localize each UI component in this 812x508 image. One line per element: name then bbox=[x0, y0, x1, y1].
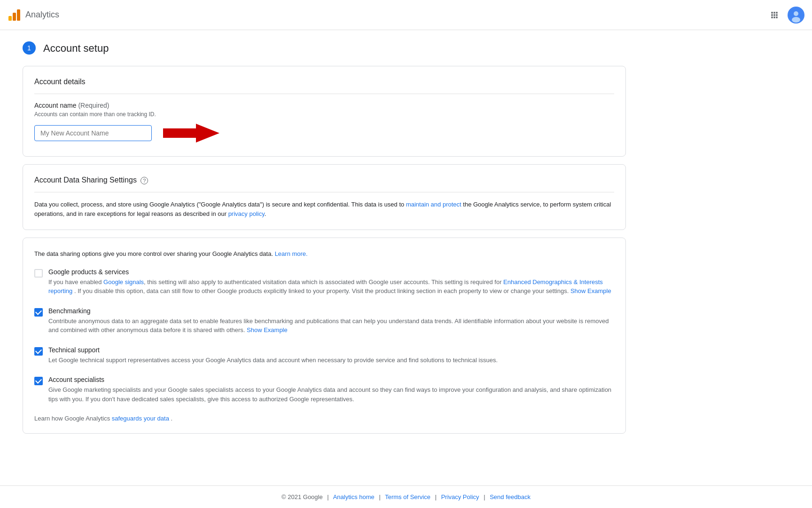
checkbox-google-products-content: Google products & services If you have e… bbox=[48, 268, 614, 296]
svg-rect-2 bbox=[17, 9, 20, 21]
app-title: Analytics bbox=[25, 10, 59, 20]
google-signals-link[interactable]: Google signals bbox=[103, 278, 144, 286]
technical-support-title: Technical support bbox=[48, 346, 498, 354]
svg-rect-1 bbox=[13, 13, 16, 21]
analytics-logo-icon bbox=[8, 8, 21, 22]
account-name-label: Account name (Required) bbox=[34, 102, 614, 109]
step-number: 1 bbox=[23, 41, 36, 55]
checkbox-technical-support-content: Technical support Let Google technical s… bbox=[48, 346, 498, 365]
account-details-title: Account details bbox=[34, 78, 614, 94]
app-header: Analytics bbox=[0, 0, 812, 30]
required-note: (Required) bbox=[78, 102, 109, 109]
red-arrow-indicator bbox=[163, 121, 219, 145]
checkbox-account-specialists-content: Account specialists Give Google marketin… bbox=[48, 376, 614, 404]
checkbox-benchmarking[interactable] bbox=[34, 308, 43, 317]
main-content: 1 Account setup Account details Account … bbox=[0, 30, 648, 485]
google-products-desc: If you have enabled Google signals, this… bbox=[48, 278, 614, 296]
svg-point-5 bbox=[792, 17, 800, 23]
footer-sep-1: | bbox=[327, 493, 328, 500]
checkbox-item-google-products: Google products & services If you have e… bbox=[34, 268, 614, 296]
footer-sep-2: | bbox=[379, 493, 380, 500]
data-sharing-card: Account Data Sharing Settings ? Data you… bbox=[23, 164, 626, 230]
checkbox-item-benchmarking: Benchmarking Contribute anonymous data t… bbox=[34, 307, 614, 335]
checkbox-benchmarking-content: Benchmarking Contribute anonymous data t… bbox=[48, 307, 614, 335]
page-body: 1 Account setup Account details Account … bbox=[0, 30, 812, 508]
header-right bbox=[765, 6, 804, 24]
avatar-icon bbox=[789, 8, 804, 23]
svg-rect-0 bbox=[8, 16, 12, 21]
svg-point-4 bbox=[794, 11, 798, 16]
checkbox-item-technical-support: Technical support Let Google technical s… bbox=[34, 346, 614, 365]
checkbox-technical-support[interactable] bbox=[34, 347, 43, 356]
technical-support-desc: Let Google technical support representat… bbox=[48, 356, 498, 365]
step-title: Account setup bbox=[43, 41, 109, 55]
account-specialists-desc: Give Google marketing specialists and yo… bbox=[48, 385, 614, 404]
footer-analytics-home[interactable]: Analytics home bbox=[333, 493, 375, 500]
help-icon[interactable]: ? bbox=[141, 177, 148, 184]
learn-more-link[interactable]: Learn more. bbox=[275, 250, 308, 257]
benchmarking-desc: Contribute anonymous data to an aggregat… bbox=[48, 317, 614, 335]
account-details-card: Account details Account name (Required) … bbox=[23, 66, 626, 157]
account-specialists-title: Account specialists bbox=[48, 376, 614, 383]
checkbox-item-account-specialists: Account specialists Give Google marketin… bbox=[34, 376, 614, 404]
red-arrow-icon bbox=[163, 121, 219, 145]
sharing-intro: The data sharing options give you more c… bbox=[34, 249, 614, 259]
checkbox-account-specialists[interactable] bbox=[34, 377, 43, 385]
account-name-input[interactable] bbox=[34, 125, 152, 141]
safeguards-note: Learn how Google Analytics safeguards yo… bbox=[34, 415, 614, 422]
benchmarking-title: Benchmarking bbox=[48, 307, 614, 315]
header-left: Analytics bbox=[8, 8, 59, 22]
apps-icon bbox=[770, 10, 779, 20]
google-products-title: Google products & services bbox=[48, 268, 614, 276]
step-section: 1 Account setup bbox=[23, 41, 626, 55]
footer-sep-3: | bbox=[435, 493, 437, 500]
svg-marker-6 bbox=[163, 124, 219, 143]
footer-feedback[interactable]: Send feedback bbox=[490, 493, 531, 500]
sharing-options-card: The data sharing options give you more c… bbox=[23, 238, 626, 434]
data-sharing-title: Account Data Sharing Settings ? bbox=[34, 176, 614, 192]
privacy-policy-link[interactable]: privacy policy bbox=[228, 210, 265, 217]
footer-terms[interactable]: Terms of Service bbox=[385, 493, 430, 500]
footer-privacy[interactable]: Privacy Policy bbox=[441, 493, 479, 500]
footer-copyright: © 2021 Google bbox=[281, 493, 323, 500]
account-name-hint: Accounts can contain more than one track… bbox=[34, 111, 614, 118]
apps-button[interactable] bbox=[765, 6, 784, 24]
safeguards-link[interactable]: safeguards your data bbox=[112, 415, 169, 422]
account-name-input-wrapper bbox=[34, 121, 614, 145]
data-sharing-description: Data you collect, process, and store usi… bbox=[34, 200, 614, 218]
footer-sep-4: | bbox=[484, 493, 485, 500]
avatar-image bbox=[789, 8, 804, 23]
analytics-logo bbox=[8, 8, 21, 22]
page-footer: © 2021 Google | Analytics home | Terms o… bbox=[0, 485, 812, 508]
show-example-link-1[interactable]: Show Example bbox=[570, 287, 611, 294]
show-example-link-2[interactable]: Show Example bbox=[247, 326, 288, 333]
user-avatar[interactable] bbox=[788, 7, 804, 24]
checkbox-google-products[interactable] bbox=[34, 269, 43, 278]
maintain-protect-link[interactable]: maintain and protect bbox=[406, 201, 461, 208]
